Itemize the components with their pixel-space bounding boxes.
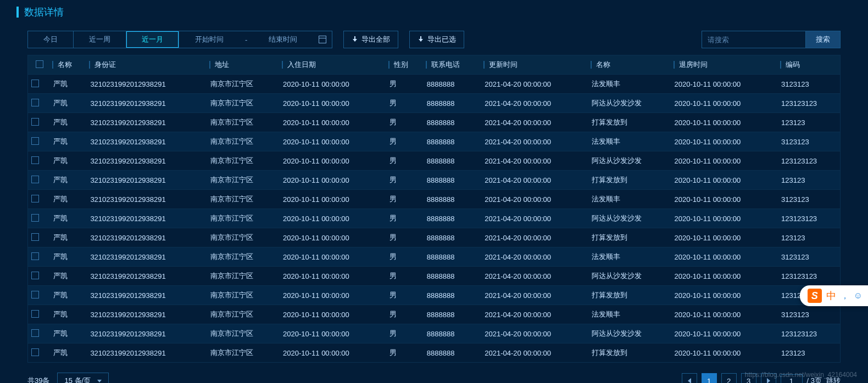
table-cell: 严凯	[50, 113, 87, 132]
row-checkbox[interactable]	[31, 291, 39, 298]
range-separator: -	[245, 36, 247, 44]
table-cell: 3210231992012938291	[87, 209, 207, 228]
ime-lang-indicator[interactable]: 中	[826, 289, 836, 302]
table-row[interactable]: 严凯3210231992012938291南京市江宁区2020-10-11 00…	[28, 267, 840, 286]
table-cell: 8888888	[424, 228, 481, 247]
table-cell: 阿达从沙发沙发	[588, 151, 671, 171]
pagination-footer: 共39条 15 条/页 123 / 3页 跳转	[0, 363, 868, 383]
table-row[interactable]: 严凯3210231992012938291南京市江宁区2020-10-11 00…	[28, 343, 840, 363]
page-number-button[interactable]: 2	[721, 373, 737, 383]
page-number-button[interactable]: 1	[702, 373, 717, 383]
start-date-field[interactable]: 开始时间	[185, 35, 234, 44]
row-checkbox[interactable]	[31, 99, 39, 106]
row-checkbox[interactable]	[31, 310, 39, 318]
search-button[interactable]: 搜索	[806, 31, 841, 48]
table-cell: 8888888	[424, 132, 481, 151]
table-cell: 南京市江宁区	[207, 94, 280, 113]
row-checkbox[interactable]	[31, 348, 39, 356]
date-tab[interactable]: 近一周	[74, 31, 126, 48]
table-cell: 3210231992012938291	[87, 286, 207, 305]
table-cell: 严凯	[50, 247, 87, 267]
ime-toolbar[interactable]: S 中 ， ☺	[800, 285, 868, 306]
prev-page-button[interactable]	[682, 373, 697, 383]
table-cell: 2021-04-20 00:00:00	[481, 247, 588, 267]
table-cell: 2021-04-20 00:00:00	[481, 228, 588, 247]
table-cell: 2020-10-11 00:00:00	[671, 267, 778, 286]
row-checkbox[interactable]	[31, 156, 39, 164]
table-cell: 南京市江宁区	[207, 151, 280, 171]
table-cell: 男	[386, 190, 423, 209]
table-cell: 打算发放到	[588, 171, 671, 190]
table-row[interactable]: 严凯3210231992012938291南京市江宁区2020-10-11 00…	[28, 94, 840, 113]
row-checkbox[interactable]	[31, 233, 39, 241]
table-cell: 3210231992012938291	[87, 324, 207, 343]
row-checkbox[interactable]	[31, 214, 39, 222]
table-cell: 3210231992012938291	[87, 75, 207, 94]
row-checkbox[interactable]	[31, 176, 39, 183]
table-cell: 2020-10-11 00:00:00	[280, 247, 386, 267]
table-cell: 南京市江宁区	[207, 113, 280, 132]
export-selected-label: 导出已选	[427, 35, 456, 44]
calendar-icon[interactable]	[319, 36, 326, 43]
date-tab[interactable]: 近一月	[126, 31, 179, 48]
table-cell: 2020-10-11 00:00:00	[671, 190, 778, 209]
date-tab-group: 今日近一周近一月	[27, 31, 179, 48]
table-cell: 2021-04-20 00:00:00	[481, 343, 588, 363]
table-cell: 2021-04-20 00:00:00	[481, 267, 588, 286]
table-row[interactable]: 严凯3210231992012938291南京市江宁区2020-10-11 00…	[28, 247, 840, 267]
table-cell: 法发顺丰	[588, 247, 671, 267]
table-cell: 123123123	[778, 151, 840, 171]
table-cell: 男	[386, 305, 423, 324]
table-row[interactable]: 严凯3210231992012938291南京市江宁区2020-10-11 00…	[28, 228, 840, 247]
table-cell: 严凯	[50, 75, 87, 94]
table-row[interactable]: 严凯3210231992012938291南京市江宁区2020-10-11 00…	[28, 286, 840, 305]
table-cell: 3210231992012938291	[87, 151, 207, 171]
export-selected-button[interactable]: 导出已选	[409, 31, 464, 48]
table-cell: 2020-10-11 00:00:00	[280, 228, 386, 247]
table-cell: 2020-10-11 00:00:00	[671, 171, 778, 190]
table-cell: 严凯	[50, 190, 87, 209]
table-cell: 法发顺丰	[588, 75, 671, 94]
table-row[interactable]: 严凯3210231992012938291南京市江宁区2020-10-11 00…	[28, 305, 840, 324]
watermark: https://blog.csdn.net/weixin_42164004	[745, 371, 857, 379]
table-cell: 3123123	[778, 190, 840, 209]
table-cell: 2020-10-11 00:00:00	[280, 190, 386, 209]
table-row[interactable]: 严凯3210231992012938291南京市江宁区2020-10-11 00…	[28, 132, 840, 151]
date-range-picker[interactable]: 开始时间 - 结束时间	[179, 31, 332, 48]
table-cell: 3210231992012938291	[87, 190, 207, 209]
table-cell: 3123123	[778, 132, 840, 151]
table-row[interactable]: 严凯3210231992012938291南京市江宁区2020-10-11 00…	[28, 209, 840, 228]
row-checkbox[interactable]	[31, 252, 39, 260]
table-row[interactable]: 严凯3210231992012938291南京市江宁区2020-10-11 00…	[28, 171, 840, 190]
table-cell: 2020-10-11 00:00:00	[280, 171, 386, 190]
table-row[interactable]: 严凯3210231992012938291南京市江宁区2020-10-11 00…	[28, 151, 840, 171]
table-cell: 南京市江宁区	[207, 343, 280, 363]
table-cell: 123123	[778, 113, 840, 132]
row-checkbox[interactable]	[31, 137, 39, 145]
table-cell: 南京市江宁区	[207, 324, 280, 343]
export-icon	[352, 36, 358, 43]
table-cell: 123123123	[778, 209, 840, 228]
row-checkbox[interactable]	[31, 329, 39, 337]
search-input[interactable]	[702, 31, 806, 48]
page-size-select[interactable]: 15 条/页	[57, 373, 109, 383]
row-checkbox[interactable]	[31, 272, 39, 279]
table-row[interactable]: 严凯3210231992012938291南京市江宁区2020-10-11 00…	[28, 324, 840, 343]
table-cell: 2021-04-20 00:00:00	[481, 151, 588, 171]
table-cell: 法发顺丰	[588, 305, 671, 324]
date-tab[interactable]: 今日	[28, 31, 74, 48]
row-checkbox[interactable]	[31, 118, 39, 126]
table-row[interactable]: 严凯3210231992012938291南京市江宁区2020-10-11 00…	[28, 113, 840, 132]
table-row[interactable]: 严凯3210231992012938291南京市江宁区2020-10-11 00…	[28, 75, 840, 94]
export-all-button[interactable]: 导出全部	[343, 31, 398, 48]
select-all-checkbox[interactable]	[36, 60, 43, 68]
table-cell: 8888888	[424, 247, 481, 267]
end-date-field[interactable]: 结束时间	[258, 35, 308, 44]
ime-punct-indicator[interactable]: ，	[841, 290, 849, 302]
table-cell: 男	[386, 94, 423, 113]
table-row[interactable]: 严凯3210231992012938291南京市江宁区2020-10-11 00…	[28, 190, 840, 209]
row-checkbox[interactable]	[31, 195, 39, 202]
data-table-wrap: 名称身份证地址入住日期性别联系电话更新时间名称退房时间编码 严凯32102319…	[27, 55, 841, 363]
ime-emoji-icon[interactable]: ☺	[854, 291, 863, 301]
row-checkbox[interactable]	[31, 80, 39, 87]
